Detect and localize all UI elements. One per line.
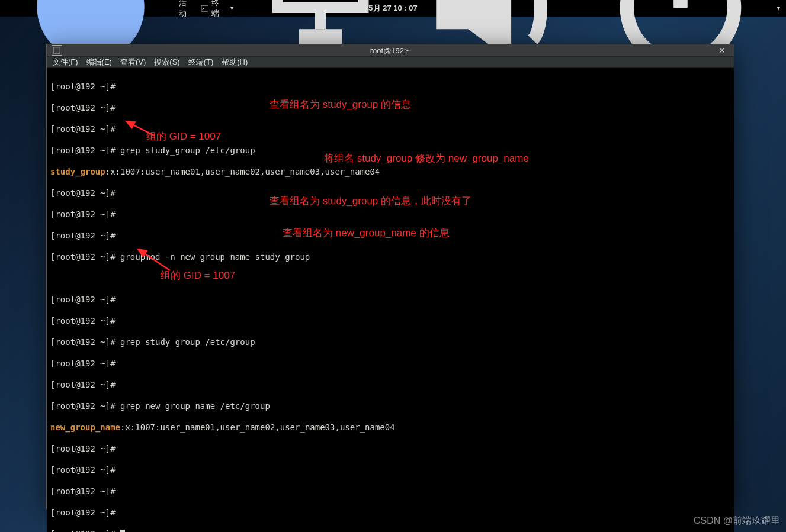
terminal-content[interactable]: [root@192 ~]# [root@192 ~]# [root@192 ~]… xyxy=(47,68,734,532)
terminal-line: [root@192 ~]# xyxy=(50,315,730,326)
terminal-text: [root@192 ~]# xyxy=(50,529,120,532)
svg-rect-7 xyxy=(54,47,60,53)
terminal-line: [root@192 ~]# grep study_group /etc/grou… xyxy=(50,145,730,156)
cursor xyxy=(120,530,125,532)
window-title: root@192:~ xyxy=(370,46,411,55)
terminal-line: [root@192 ~]# xyxy=(50,528,730,532)
chevron-down-icon: ▼ xyxy=(229,5,235,11)
menu-terminal[interactable]: 终端(T) xyxy=(188,57,214,67)
terminal-line: [root@192 ~]# xyxy=(50,294,730,305)
terminal-icon xyxy=(201,4,208,12)
terminal-line: [root@192 ~]# xyxy=(50,507,730,518)
terminal-text: :x:1007:user_name01,user_name02,user_nam… xyxy=(105,167,380,176)
terminal-line: [root@192 ~]# groupmod -n new_group_name… xyxy=(50,252,730,262)
highlight: study_group xyxy=(50,167,105,176)
terminal-line: [root@192 ~]# grep study_group /etc/grou… xyxy=(50,337,730,347)
terminal-line: [root@192 ~]# grep new_group_name /etc/g… xyxy=(50,401,730,411)
menu-file[interactable]: 文件(F) xyxy=(53,57,78,67)
gnome-topbar: 活动 终端 ▼ 5月 27 10 : 07 ▼ xyxy=(0,0,786,17)
watermark: CSDN @前端玖耀里 xyxy=(694,515,780,527)
highlight: new_group_name xyxy=(50,423,120,432)
menu-help[interactable]: 帮助(H) xyxy=(222,57,248,67)
terminal-line: new_group_name:x:1007:user_name01,user_n… xyxy=(50,422,730,433)
topbar-terminal-label: 终端 xyxy=(211,0,226,19)
menu-search[interactable]: 搜索(S) xyxy=(154,57,179,67)
terminal-line: [root@192 ~]# xyxy=(50,188,730,198)
clock[interactable]: 5月 27 10 : 07 xyxy=(368,3,417,14)
chevron-down-icon[interactable]: ▼ xyxy=(776,5,781,11)
terminal-line: [root@192 ~]# xyxy=(50,379,730,390)
terminal-line: [root@192 ~]# xyxy=(50,465,730,475)
terminal-window: root@192:~ ✕ 文件(F) 编辑(E) 查看(V) 搜索(S) 终端(… xyxy=(46,44,734,509)
svg-rect-1 xyxy=(201,5,208,11)
window-titlebar[interactable]: root@192:~ ✕ xyxy=(47,44,734,57)
app-menubar: 文件(F) 编辑(E) 查看(V) 搜索(S) 终端(T) 帮助(H) xyxy=(47,57,734,68)
window-icon xyxy=(52,45,62,56)
terminal-line: [root@192 ~]# xyxy=(50,486,730,496)
terminal-line: [root@192 ~]# xyxy=(50,358,730,369)
terminal-line: [root@192 ~]# xyxy=(50,443,730,454)
terminal-line: [root@192 ~]# xyxy=(50,102,730,113)
terminal-text: :x:1007:user_name01,user_name02,user_nam… xyxy=(120,423,395,432)
terminal-line: study_group:x:1007:user_name01,user_name… xyxy=(50,166,730,177)
activities-label: 活动 xyxy=(179,0,194,19)
terminal-line xyxy=(50,273,730,283)
menu-view[interactable]: 查看(V) xyxy=(120,57,146,67)
terminal-line: [root@192 ~]# xyxy=(50,124,730,134)
topbar-terminal-menu[interactable]: 终端 ▼ xyxy=(201,0,235,19)
close-button[interactable]: ✕ xyxy=(715,44,729,56)
terminal-line: [root@192 ~]# xyxy=(50,81,730,92)
terminal-line: [root@192 ~]# xyxy=(50,209,730,220)
terminal-line: [root@192 ~]# xyxy=(50,230,730,241)
menu-edit[interactable]: 编辑(E) xyxy=(86,57,112,67)
